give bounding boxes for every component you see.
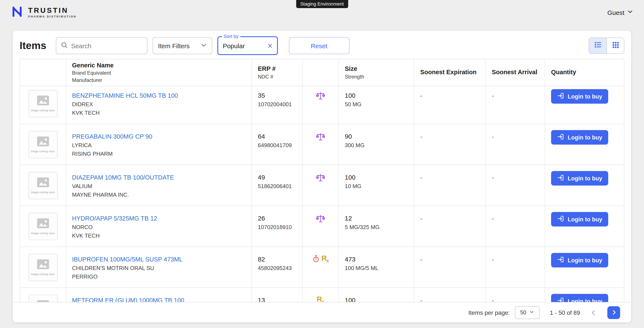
login-to-buy-button[interactable]: Login to buy (551, 89, 608, 104)
erp-ndc-cell: 26 10702018910 (252, 206, 302, 247)
soonest-expiration-cell: - (414, 165, 486, 206)
col-header-erp: ERP # NDC # (252, 59, 302, 86)
search-box (56, 37, 147, 54)
user-menu-label: Guest (607, 9, 624, 16)
product-name-link[interactable]: DIAZEPAM 10MG TB 100/OUTDATE (72, 174, 246, 181)
soonest-expiration-cell: - (414, 206, 486, 247)
user-menu[interactable]: Guest (607, 8, 634, 17)
size-value: 100 (345, 92, 408, 99)
strength-value: 300 MG (345, 142, 408, 148)
reset-button[interactable]: Reset (289, 37, 349, 54)
scale-icon (316, 132, 325, 141)
product-name-link[interactable]: METFORM ER (GLUM) 1000MG TB 100 (72, 296, 246, 302)
size-value: 473 (345, 255, 408, 263)
product-name-link[interactable]: IBUPROFEN 100MG/5ML SUSP 473ML (72, 255, 246, 263)
product-name-link[interactable]: PREGABALIN 300MG CP 90 (72, 133, 246, 140)
sort-by-value: Popular (223, 42, 245, 49)
login-to-buy-button[interactable]: Login to buy (551, 294, 608, 302)
erp-number: 82 (258, 255, 296, 263)
product-manufacturer: KVK TECH (72, 233, 246, 240)
product-manufacturer: RISING PHARM (72, 151, 246, 158)
erp-number: 64 (258, 133, 296, 140)
login-to-buy-button[interactable]: Login to buy (551, 171, 608, 186)
login-to-buy-button[interactable]: Login to buy (551, 130, 608, 145)
page-title: Items (20, 40, 46, 52)
search-input[interactable] (71, 42, 142, 49)
chevron-down-icon (626, 8, 634, 17)
product-name-link[interactable]: HYDRO/APAP 5/325MG TB 12 (72, 215, 246, 222)
image-icon (36, 177, 49, 189)
quantity-cell: Login to buy (545, 165, 624, 206)
previous-page-button[interactable] (588, 306, 600, 318)
col-header-flags (302, 59, 339, 86)
sort-clear-icon[interactable] (266, 43, 273, 49)
size-value: 100 (345, 296, 408, 302)
next-page-button[interactable] (607, 306, 620, 319)
erp-number: 26 (258, 215, 296, 222)
thermo-icon (312, 255, 320, 263)
product-name-link[interactable]: BENZPHETAMINE HCL 50MG TB 100 (72, 92, 246, 99)
product-manufacturer: PERRIGO (72, 274, 246, 281)
brand-logo[interactable]: TRUSTIN PHARMA DISTRIBUTION (10, 4, 76, 21)
product-name-cell: BENZPHETAMINE HCL 50MG TB 100 DIDREX KVK… (66, 83, 252, 124)
col-header-soonest-arrival-label: Soonest Arrival (492, 69, 539, 76)
soonest-expiration-cell: - (414, 83, 486, 124)
image-caption: Image coming soon (31, 191, 55, 194)
product-image-placeholder: Image coming soon (28, 254, 57, 281)
size-strength-cell: 100 10 MG (339, 165, 414, 206)
login-icon (557, 133, 564, 142)
ndc-number: 64980041709 (258, 142, 296, 148)
list-view-toggle[interactable] (589, 38, 606, 53)
soonest-arrival-cell: - (486, 206, 545, 247)
flag-icons-cell (302, 124, 339, 165)
page-size-select[interactable]: 50 (515, 306, 540, 319)
ndc-number: 51862006401 (258, 183, 296, 189)
ndc-number: 10702004001 (258, 101, 296, 108)
erp-number: 35 (258, 92, 296, 99)
sort-by-dropdown[interactable]: Sort by Popular (217, 36, 278, 55)
login-to-buy-button[interactable]: Login to buy (551, 253, 608, 267)
quantity-cell: Login to buy (545, 247, 624, 288)
quantity-cell: Login to buy (545, 206, 624, 247)
table-row: Image coming soon HYDRO/APAP 5/325MG TB … (20, 206, 624, 247)
items-per-page-label: Items per page: (468, 309, 510, 316)
product-image-cell: Image coming soon (20, 83, 66, 124)
strength-value: 50 MG (345, 101, 408, 108)
view-toggle-group (588, 38, 624, 54)
flag-icons-cell (302, 206, 339, 247)
image-caption: Image coming soon (31, 150, 55, 153)
item-filters-label: Item Filters (158, 42, 190, 49)
size-value: 12 (345, 215, 408, 222)
image-icon (36, 259, 49, 271)
ndc-number: 45802095243 (258, 265, 296, 271)
col-header-soonest-arrival: Soonest Arrival (486, 59, 545, 86)
items-card: Items Item Filters Sort by Popular (13, 31, 631, 322)
soonest-arrival-cell: - (486, 124, 545, 165)
product-image-placeholder: Image coming soon (28, 172, 57, 199)
erp-ndc-cell: 13 (252, 288, 302, 302)
product-manufacturer: KVK TECH (72, 110, 246, 117)
grid-view-toggle[interactable] (606, 38, 624, 53)
soonest-arrival-value: - (492, 297, 494, 302)
soonest-arrival-cell: - (486, 288, 545, 302)
rx-icon: Rx (317, 295, 324, 302)
login-to-buy-label: Login to buy (568, 175, 602, 181)
erp-ndc-cell: 49 51862006401 (252, 165, 302, 206)
item-filters-dropdown[interactable]: Item Filters (152, 37, 212, 54)
erp-ndc-cell: 35 10702004001 (252, 83, 302, 124)
erp-number: 13 (258, 296, 296, 302)
sort-by-legend: Sort by (222, 34, 240, 39)
product-image-cell: Image coming soon (20, 247, 66, 288)
col-header-name: Generic Name Brand Equivalent Manufactur… (66, 59, 252, 86)
erp-ndc-cell: 64 64980041709 (252, 124, 302, 165)
brand-logo-icon (10, 4, 25, 21)
brand-tagline: PHARMA DISTRIBUTION (28, 15, 76, 18)
image-icon (36, 136, 49, 148)
flag-icons-cell: Rx (302, 288, 339, 302)
login-to-buy-label: Login to buy (568, 216, 602, 222)
ndc-number: 10702018910 (258, 224, 296, 230)
soonest-expiration-value: - (420, 92, 422, 99)
chevron-down-icon (529, 309, 534, 316)
login-to-buy-button[interactable]: Login to buy (551, 212, 608, 226)
product-name-cell: DIAZEPAM 10MG TB 100/OUTDATE VALIUM MAYN… (66, 165, 252, 206)
